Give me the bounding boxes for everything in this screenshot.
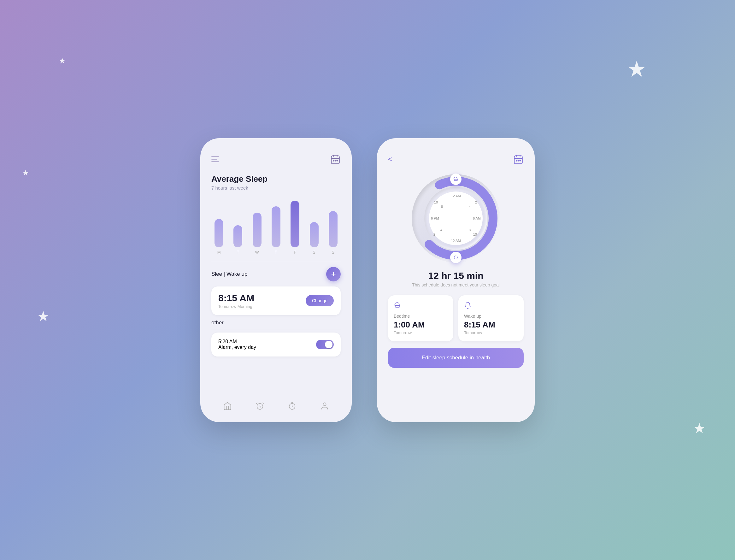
bedtime-handle[interactable]	[450, 174, 462, 185]
bedtime-card: Bedtime 1:00 AM Tomorrow	[388, 295, 453, 341]
other-label: other	[211, 320, 224, 326]
bar-group-s2	[326, 211, 341, 247]
wake-card-info: 8:15 AM Tomorrow Morning	[218, 293, 254, 309]
svg-point-9	[323, 403, 326, 405]
clock-container: 12 AM 2 6 AM 10 12 AM 2 6 PM 10 4 8 8 4	[388, 174, 524, 262]
edit-sleep-button[interactable]: Edit sleep schedule in health	[388, 348, 524, 368]
bar-group-m	[211, 219, 226, 247]
day-label-m: M	[211, 250, 226, 255]
star-icon-4: ★	[693, 420, 706, 437]
bar-w	[253, 213, 262, 247]
star-icon-3: ★	[627, 56, 647, 82]
star-icon-2: ★	[37, 308, 50, 325]
phone-2-header: <	[388, 154, 524, 165]
wakeup-day: Tomorrow	[464, 330, 518, 335]
alarm-card-info: 5:20 AM Alarm, every day	[218, 339, 256, 350]
svg-point-5	[335, 160, 336, 161]
svg-point-6	[337, 160, 338, 161]
svg-rect-18	[454, 179, 458, 181]
wake-card: 8:15 AM Tomorrow Morning Change	[211, 286, 341, 315]
bar-group-w	[250, 213, 265, 247]
bedtime-time: 1:00 AM	[394, 320, 448, 330]
bottom-nav	[211, 402, 341, 413]
clock-wrapper: 12 AM 2 6 AM 10 12 AM 2 6 PM 10 4 8 8 4	[412, 174, 500, 262]
bar-labels: M T W T F S S	[211, 250, 341, 255]
bar-group-t2	[268, 206, 284, 247]
svg-rect-20	[395, 305, 400, 307]
nav-alarm-icon[interactable]	[256, 402, 264, 413]
alarm-label: Alarm, every day	[218, 345, 256, 350]
day-label-s2: S	[326, 250, 341, 255]
change-button[interactable]: Change	[306, 295, 334, 306]
sleep-title: Average Sleep	[211, 174, 341, 184]
wakeup-card-icon	[464, 302, 518, 311]
bedtime-day: Tomorrow	[394, 330, 448, 335]
wakeup-time: 8:15 AM	[464, 320, 518, 330]
bar-s1	[310, 222, 319, 247]
day-label-s1: S	[306, 250, 321, 255]
day-label-t1: T	[230, 250, 245, 255]
schedule-section: Slee | Wake up +	[211, 261, 341, 281]
phone-1: Average Sleep 7 hours last week	[200, 138, 352, 422]
sleep-subtitle: 7 hours last week	[211, 185, 341, 191]
duration-subtitle: This schedule does not meet your sleep g…	[388, 282, 524, 287]
clock-arc-svg	[412, 174, 500, 262]
alarm-toggle[interactable]	[316, 340, 334, 349]
alarm-card: 5:20 AM Alarm, every day	[211, 333, 341, 357]
bar-t1	[233, 225, 242, 247]
svg-point-17	[419, 181, 493, 256]
svg-point-15	[518, 160, 519, 161]
nav-home-icon[interactable]	[223, 402, 232, 413]
svg-point-19	[454, 256, 458, 259]
menu-icon[interactable]	[211, 156, 219, 162]
bar-m	[215, 219, 223, 247]
svg-rect-10	[514, 156, 522, 164]
phone-1-header	[211, 154, 341, 165]
day-label-w: W	[250, 250, 265, 255]
wakeup-handle[interactable]	[450, 252, 462, 263]
wake-time: 8:15 AM	[218, 293, 254, 304]
bedtime-type: Bedtime	[394, 314, 448, 319]
alarm-time: 5:20 AM	[218, 339, 256, 345]
svg-point-4	[333, 160, 334, 161]
svg-point-14	[516, 160, 517, 161]
duration-title: 12 hr 15 min	[388, 270, 524, 281]
star-icon-1: ★	[59, 56, 66, 65]
bar-t2	[272, 206, 280, 247]
bar-chart	[211, 197, 341, 247]
day-label-t2: T	[268, 250, 284, 255]
svg-point-16	[520, 160, 520, 161]
back-button[interactable]: <	[388, 155, 392, 163]
time-info-row: Bedtime 1:00 AM Tomorrow Wake up 8:15 AM…	[388, 295, 524, 341]
bar-group-s1	[306, 222, 321, 247]
sleep-section: Average Sleep 7 hours last week	[211, 174, 341, 191]
phone-2: <	[377, 138, 535, 422]
wakeup-type: Wake up	[464, 314, 518, 319]
star-icon-5: ★	[22, 168, 29, 177]
bar-group-f	[287, 201, 303, 247]
bedtime-card-icon	[394, 302, 448, 311]
duration-section: 12 hr 15 min This schedule does not meet…	[388, 270, 524, 287]
calendar-icon[interactable]	[330, 154, 341, 165]
calendar-icon-2[interactable]	[513, 154, 524, 165]
wake-label: Tomorrow Morning	[218, 304, 254, 309]
nav-timer-icon[interactable]	[288, 402, 297, 413]
wakeup-card: Wake up 8:15 AM Tomorrow	[458, 295, 524, 341]
phones-wrapper: Average Sleep 7 hours last week	[200, 138, 535, 422]
bar-f	[291, 201, 299, 247]
schedule-label: Slee | Wake up	[211, 271, 247, 277]
add-button[interactable]: +	[326, 267, 341, 281]
nav-profile-icon[interactable]	[320, 402, 329, 413]
bar-s2	[329, 211, 338, 247]
day-label-f: F	[287, 250, 303, 255]
svg-rect-0	[331, 156, 339, 164]
bar-group-t1	[230, 225, 245, 247]
other-section: other	[211, 320, 341, 329]
